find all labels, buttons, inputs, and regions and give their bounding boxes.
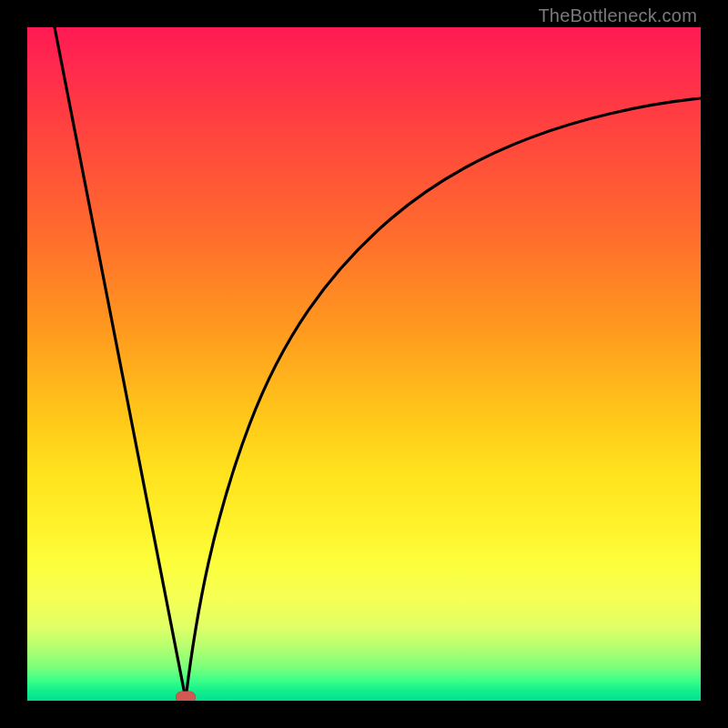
curve-right-segment — [186, 98, 701, 699]
watermark-text: TheBottleneck.com — [538, 5, 697, 26]
chart-frame: TheBottleneck.com — [0, 0, 728, 728]
curve-left-segment — [55, 27, 186, 699]
curve-layer — [27, 27, 701, 701]
plot-area — [27, 27, 701, 701]
minimum-marker — [176, 692, 196, 702]
